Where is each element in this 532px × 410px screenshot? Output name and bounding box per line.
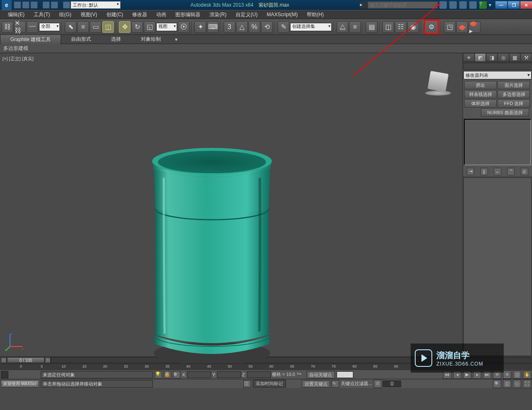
move-icon[interactable]: ✥ bbox=[119, 21, 131, 33]
fov-icon[interactable]: ◲ bbox=[513, 371, 521, 379]
menu-rendering[interactable]: 渲染(R) bbox=[205, 10, 231, 19]
mod-btn-patch[interactable]: 面片选择 bbox=[498, 81, 530, 89]
render-last-icon[interactable]: 🫖▸ bbox=[469, 21, 480, 33]
curve-editor-icon[interactable]: ◫ bbox=[382, 21, 394, 33]
app-logo-icon[interactable]: e bbox=[2, 0, 12, 10]
menu-help[interactable]: 帮助(H) bbox=[302, 10, 328, 19]
exchange-icon[interactable] bbox=[459, 1, 467, 9]
menu-grapheditors[interactable]: 图形编辑器 bbox=[171, 10, 205, 19]
scale-icon[interactable]: ◱ bbox=[144, 21, 155, 33]
show-endresult-icon[interactable]: || bbox=[480, 168, 488, 175]
percent-snap-icon[interactable]: % bbox=[249, 21, 260, 33]
timeslider-thumb[interactable]: 0 / 100 bbox=[7, 357, 44, 363]
named-sel-combo[interactable]: 创建选择集 bbox=[290, 23, 332, 31]
maxscript-mini-icon[interactable] bbox=[1, 371, 8, 378]
menu-tools[interactable]: 工具(T) bbox=[29, 10, 54, 19]
modifier-list-combo[interactable]: 修改器列表 bbox=[463, 71, 532, 79]
timeslider-next-icon[interactable]: › bbox=[45, 357, 51, 363]
select-region-icon[interactable]: ▭ bbox=[90, 21, 101, 33]
search-icon[interactable] bbox=[439, 1, 447, 9]
snap-3d-icon[interactable]: 3 bbox=[224, 21, 235, 33]
spinner-snap-icon[interactable]: ⟲ bbox=[261, 21, 273, 33]
save-icon[interactable] bbox=[30, 1, 38, 9]
key-mode-icon[interactable]: 🗝 bbox=[297, 371, 305, 378]
rollout-area[interactable] bbox=[463, 177, 532, 356]
align-icon[interactable]: ≡ bbox=[349, 21, 361, 33]
lock-icon[interactable]: 💡 bbox=[155, 371, 162, 378]
menu-create[interactable]: 创建(C) bbox=[102, 10, 128, 19]
isolate-icon[interactable]: ◫ bbox=[244, 380, 251, 388]
mod-btn-vol[interactable]: 体积选择 bbox=[464, 99, 497, 108]
pivot-icon[interactable]: ⦿ bbox=[178, 21, 190, 33]
project-icon[interactable] bbox=[63, 1, 70, 9]
edit-named-sel-icon[interactable]: ✎ bbox=[278, 21, 289, 33]
timeslider-prev-icon[interactable]: ‹ bbox=[1, 357, 7, 363]
open-icon[interactable] bbox=[22, 1, 30, 9]
undo-icon[interactable] bbox=[42, 1, 50, 9]
render-prod-icon[interactable]: 🫖 bbox=[456, 21, 468, 33]
add-time-tag[interactable]: 添加时间标记 bbox=[253, 380, 286, 388]
hierarchy-tab-icon[interactable]: ◨ bbox=[486, 53, 498, 62]
manipulate-icon[interactable]: ✦ bbox=[195, 21, 206, 33]
menu-group[interactable]: 组(G) bbox=[54, 10, 76, 19]
pan-icon[interactable]: ✋ bbox=[523, 371, 531, 379]
menu-customize[interactable]: 自定义(U) bbox=[231, 10, 262, 19]
key-target-combo[interactable]: 选定对 bbox=[337, 371, 353, 378]
menu-edit[interactable]: 编辑(E) bbox=[3, 10, 29, 19]
zoom-icon[interactable]: 🔍 bbox=[493, 380, 501, 388]
search-input[interactable] bbox=[367, 1, 438, 9]
mod-btn-nurbs[interactable]: NURBS 曲面选择 bbox=[481, 108, 529, 117]
ribbon-dropdown-icon[interactable]: ▾ bbox=[171, 35, 182, 44]
configure-sets-icon[interactable]: ⎚ bbox=[521, 168, 528, 175]
motion-tab-icon[interactable]: ◎ bbox=[498, 53, 509, 62]
current-frame-input[interactable] bbox=[383, 381, 401, 387]
maximize-button[interactable]: ❐ bbox=[508, 1, 520, 9]
mod-btn-extrude[interactable]: 挤出 bbox=[464, 81, 497, 89]
render-frame-icon[interactable]: ◳ bbox=[444, 21, 456, 33]
unlink-icon[interactable]: ✕⛓ bbox=[14, 21, 26, 33]
ribbon-sub-label[interactable]: 多边形建模 bbox=[3, 45, 28, 52]
info-arrow-icon[interactable]: ▸ bbox=[360, 1, 367, 9]
set-key-button[interactable]: 设置关键点 bbox=[302, 380, 330, 388]
display-tab-icon[interactable]: ▦ bbox=[509, 53, 521, 62]
render-setup-icon[interactable]: ⚙ bbox=[424, 20, 439, 34]
scene-object-cup[interactable] bbox=[141, 136, 291, 369]
welcome-button[interactable]: 欢迎使用 MAXScr bbox=[1, 380, 39, 388]
key-filter-label[interactable]: 关键点过滤器... bbox=[341, 381, 372, 387]
redo-icon[interactable] bbox=[51, 1, 58, 9]
zoom-all-icon[interactable]: ⤲ bbox=[503, 371, 511, 379]
object-name-input[interactable] bbox=[463, 63, 532, 70]
coord-x-input[interactable] bbox=[187, 371, 211, 378]
mod-btn-ffd[interactable]: FFD 选择 bbox=[498, 99, 530, 108]
coord-z-input[interactable] bbox=[247, 371, 271, 378]
utilities-tab-icon[interactable]: ⚒ bbox=[520, 53, 532, 62]
zoom-region-icon[interactable]: ◱ bbox=[503, 380, 511, 388]
window-crossing-icon[interactable]: ◫ bbox=[102, 21, 114, 33]
new-icon[interactable] bbox=[14, 1, 21, 9]
comm-icon[interactable] bbox=[449, 1, 457, 9]
select-icon[interactable]: ⬉ bbox=[65, 21, 76, 33]
remove-mod-icon[interactable]: ⌃ bbox=[507, 168, 515, 175]
bind-space-warp-icon[interactable]: 〰 bbox=[27, 21, 38, 33]
mirror-icon[interactable]: ⧋ bbox=[337, 21, 348, 33]
auto-key-button[interactable]: 自动关键点 bbox=[307, 371, 335, 378]
lock2-icon[interactable]: 🔒 bbox=[164, 371, 171, 378]
menu-animation[interactable]: 动画 bbox=[152, 10, 171, 19]
coord-y-input[interactable] bbox=[217, 371, 241, 378]
ref-coord-combo[interactable]: 视图 bbox=[156, 23, 177, 31]
menu-modifiers[interactable]: 修改器 bbox=[128, 10, 152, 19]
key-filter-icon[interactable]: ∿ bbox=[332, 380, 339, 388]
rotate-icon[interactable]: ↻ bbox=[131, 21, 143, 33]
link-icon[interactable]: ⛓ bbox=[2, 21, 13, 33]
create-tab-icon[interactable]: ✳ bbox=[463, 53, 475, 62]
ribbon-tab-paint[interactable]: 对象绘制 bbox=[131, 34, 171, 44]
layers-icon[interactable]: ▤ bbox=[366, 21, 377, 33]
maximize-viewport-icon[interactable]: ⛶ bbox=[523, 380, 531, 388]
menu-maxscript[interactable]: MAXScript(M) bbox=[262, 11, 303, 18]
mod-btn-spline[interactable]: 样条线选择 bbox=[464, 90, 497, 98]
help-icon[interactable]: ? bbox=[479, 1, 487, 9]
viewport-label[interactable]: [+] [正交] [真实] bbox=[2, 56, 34, 62]
close-button[interactable]: ✕ bbox=[520, 1, 532, 9]
mod-btn-poly[interactable]: 多边形选择 bbox=[498, 90, 530, 98]
menu-views[interactable]: 视图(V) bbox=[76, 10, 102, 19]
